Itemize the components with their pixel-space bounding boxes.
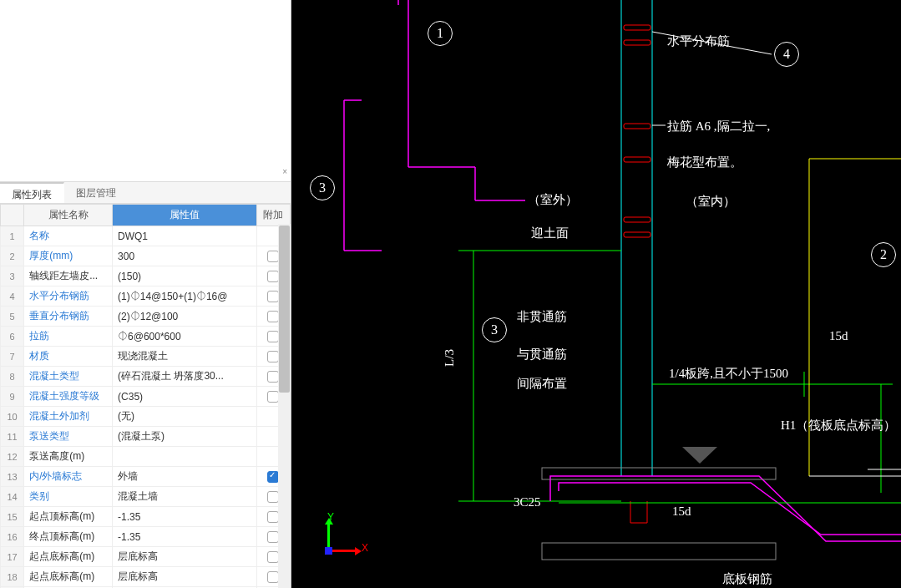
label-tiebar: 拉筋 A6 ,隔二拉一, (667, 119, 770, 134)
row-number[interactable]: 15 (1, 507, 24, 527)
label-horiz-rebar: 水平分布筋 (667, 33, 730, 49)
row-number[interactable]: 12 (1, 447, 24, 467)
svg-rect-26 (542, 543, 776, 560)
property-name[interactable]: 泵送类型 (24, 427, 113, 447)
property-value[interactable]: (碎石混凝土 坍落度30... (113, 367, 257, 387)
row-number[interactable]: 9 (1, 387, 24, 407)
table-row[interactable]: 18起点底标高(m)层底标高 (1, 567, 291, 587)
row-number[interactable]: 4 (1, 286, 24, 307)
property-name[interactable]: 混凝土外加剂 (24, 407, 113, 427)
property-name[interactable]: 类别 (24, 487, 113, 507)
row-number[interactable]: 11 (1, 427, 24, 447)
property-name[interactable]: 混凝土类型 (24, 367, 113, 387)
row-number[interactable]: 17 (1, 547, 24, 567)
row-number[interactable]: 10 (1, 407, 24, 427)
property-name[interactable]: 终点顶标高(m) (24, 527, 113, 547)
table-row[interactable]: 9混凝土强度等级(C35) (1, 387, 291, 407)
upper-view-area: × (0, 0, 291, 182)
label-l3: L/3 (443, 349, 457, 367)
property-value[interactable]: -1.35 (113, 507, 257, 527)
property-name[interactable]: 水平分布钢筋 (24, 286, 113, 307)
table-row[interactable]: 11泵送类型(混凝土泵) (1, 427, 291, 447)
property-value[interactable]: (C35) (113, 387, 257, 407)
label-bar-spec: 3C25 (514, 495, 541, 509)
property-name[interactable]: 材质 (24, 347, 113, 367)
property-value[interactable]: 外墙 (113, 467, 257, 487)
property-name[interactable]: 轴线距左墙皮... (24, 266, 113, 286)
row-number[interactable]: 14 (1, 487, 24, 507)
property-value[interactable]: 300 (113, 246, 257, 266)
property-value[interactable] (113, 447, 257, 467)
property-value[interactable]: 层底标高 (113, 547, 257, 567)
property-value[interactable]: DWQ1 (113, 226, 257, 246)
tab-layers[interactable]: 图层管理 (64, 182, 129, 203)
header-extra[interactable]: 附加 (256, 205, 290, 226)
property-name[interactable]: 厚度(mm) (24, 246, 113, 266)
property-name[interactable]: 起点底标高(m) (24, 567, 113, 587)
property-value[interactable]: (150) (113, 266, 257, 286)
property-name[interactable]: 垂直分布钢筋 (24, 307, 113, 327)
close-icon[interactable]: × (282, 167, 287, 176)
property-value[interactable]: -1.35 (113, 527, 257, 547)
table-row[interactable]: 2厚度(mm)300 (1, 246, 291, 266)
svg-rect-10 (624, 25, 650, 30)
property-value[interactable]: ⏀6@600*600 (113, 327, 257, 347)
table-row[interactable]: 6拉筋⏀6@600*600 (1, 327, 291, 347)
properties-table: 属性名称 属性值 附加 1名称DWQ12厚度(mm)3003轴线距左墙皮...(… (0, 204, 291, 588)
row-number[interactable]: 1 (1, 226, 24, 246)
section-mark-2: 2 (871, 242, 896, 267)
row-number[interactable]: 16 (1, 527, 24, 547)
property-value[interactable]: 层底标高 (113, 567, 257, 587)
property-name[interactable]: 混凝土强度等级 (24, 387, 113, 407)
property-name[interactable]: 名称 (24, 226, 113, 246)
row-number[interactable]: 3 (1, 266, 24, 286)
table-row[interactable]: 1名称DWQ1 (1, 226, 291, 246)
table-row[interactable]: 8混凝土类型(碎石混凝土 坍落度30... (1, 367, 291, 387)
row-number[interactable]: 5 (1, 307, 24, 327)
properties-table-wrap: 属性名称 属性值 附加 1名称DWQ12厚度(mm)3003轴线距左墙皮...(… (0, 204, 291, 588)
drawing-svg (291, 0, 901, 588)
table-row[interactable]: 13内/外墙标志外墙 (1, 467, 291, 487)
row-number[interactable]: 18 (1, 567, 24, 587)
property-value[interactable]: 混凝土墙 (113, 487, 257, 507)
svg-rect-15 (624, 232, 650, 237)
property-value[interactable]: (无) (113, 407, 257, 427)
table-row[interactable]: 15起点顶标高(m)-1.35 (1, 507, 291, 527)
row-number[interactable]: 8 (1, 367, 24, 387)
property-name[interactable]: 拉筋 (24, 327, 113, 347)
header-value[interactable]: 属性值 (113, 205, 257, 226)
label-15d-a: 15d (829, 329, 848, 343)
properties-panel: × 属性列表 图层管理 属性名称 属性值 附加 1名称DWQ12厚度(mm)30… (0, 0, 291, 588)
label-15d-b: 15d (672, 504, 691, 519)
tab-properties[interactable]: 属性列表 (0, 182, 64, 203)
table-row[interactable]: 3轴线距左墙皮...(150) (1, 266, 291, 286)
table-row[interactable]: 17起点底标高(m)层底标高 (1, 547, 291, 567)
section-mark-3b: 3 (482, 317, 507, 342)
header-rownum (1, 205, 24, 226)
header-name[interactable]: 属性名称 (24, 205, 113, 226)
label-thru: 与贯通筋 (517, 347, 567, 362)
row-number[interactable]: 2 (1, 246, 24, 266)
property-value[interactable]: 现浇混凝土 (113, 347, 257, 367)
property-name[interactable]: 起点顶标高(m) (24, 507, 113, 527)
scrollbar[interactable] (278, 224, 291, 588)
table-row[interactable]: 10混凝土外加剂(无) (1, 407, 291, 427)
property-name[interactable]: 起点底标高(m) (24, 547, 113, 567)
row-number[interactable]: 6 (1, 327, 24, 347)
row-number[interactable]: 7 (1, 347, 24, 367)
property-name[interactable]: 泵送高度(m) (24, 447, 113, 467)
scrollbar-thumb[interactable] (279, 226, 290, 393)
property-value[interactable]: (混凝土泵) (113, 427, 257, 447)
table-row[interactable]: 4水平分布钢筋(1)⏀14@150+(1)⏀16@ (1, 286, 291, 307)
table-row[interactable]: 12泵送高度(m) (1, 447, 291, 467)
table-row[interactable]: 7材质现浇混凝土 (1, 347, 291, 367)
table-row[interactable]: 14类别混凝土墙 (1, 487, 291, 507)
property-value[interactable]: (2)⏀12@100 (113, 307, 257, 327)
table-row[interactable]: 5垂直分布钢筋(2)⏀12@100 (1, 307, 291, 327)
cad-canvas[interactable]: 1 3 3 4 2 水平分布筋 拉筋 A6 ,隔二拉一, 梅花型布置。 （室外）… (291, 0, 901, 588)
section-mark-3a: 3 (310, 175, 335, 200)
property-name[interactable]: 内/外墙标志 (24, 467, 113, 487)
table-row[interactable]: 16终点顶标高(m)-1.35 (1, 527, 291, 547)
property-value[interactable]: (1)⏀14@150+(1)⏀16@ (113, 286, 257, 307)
row-number[interactable]: 13 (1, 467, 24, 487)
